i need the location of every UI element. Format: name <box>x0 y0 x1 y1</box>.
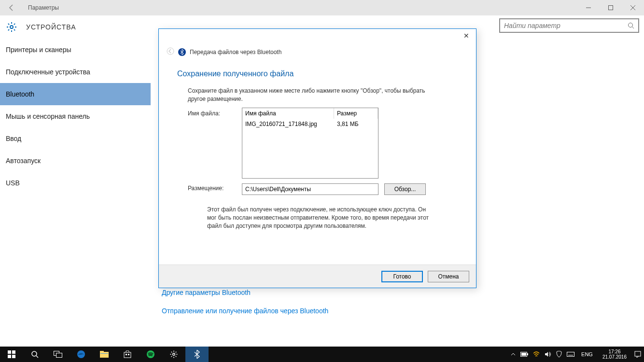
sidebar-item-mouse[interactable]: Мышь и сенсорная панель <box>0 105 151 127</box>
sidebar-item-label: USB <box>6 179 20 187</box>
tray-chevron-icon[interactable] <box>511 352 516 357</box>
taskbar-app-explorer[interactable] <box>93 347 116 362</box>
svg-line-38 <box>176 356 177 357</box>
location-input[interactable] <box>242 183 378 195</box>
taskbar-app-settings[interactable] <box>162 347 185 362</box>
taskbar-app-bluetooth[interactable] <box>185 347 209 362</box>
svg-rect-42 <box>527 353 528 355</box>
svg-line-39 <box>171 356 172 357</box>
dialog-heading: Сохранение полученного файла <box>177 70 294 78</box>
settings-window: Параметры УСТРОЙСТВА Принтеры и сканеры <box>0 0 644 347</box>
cell-size: 3,81 МБ <box>334 121 378 127</box>
tray-battery-icon[interactable] <box>520 352 528 357</box>
dialog-titlebar: Передача файлов через Bluetooth <box>167 47 281 57</box>
search-icon[interactable] <box>624 22 638 29</box>
sidebar: Принтеры и сканеры Подключенные устройст… <box>0 39 151 194</box>
taskbar-app-spotify[interactable] <box>139 347 162 362</box>
search-input[interactable] <box>500 22 624 29</box>
dialog-instruction: Сохраните файл в указанном ниже месте ли… <box>188 87 429 103</box>
sidebar-item-label: Ввод <box>6 135 21 142</box>
tray-clock[interactable]: 17:26 21.07.2016 <box>600 349 630 360</box>
minimize-button[interactable] <box>577 0 600 15</box>
location-label: Размещение: <box>188 185 224 192</box>
bluetooth-transfer-dialog: ✕ Передача файлов через Bluetooth Сохран… <box>158 28 476 288</box>
sidebar-item-connected-devices[interactable]: Подключенные устройства <box>0 61 151 83</box>
sidebar-item-label: Мышь и сенсорная панель <box>6 112 90 120</box>
dialog-close-button[interactable]: ✕ <box>463 32 469 40</box>
tray-time: 17:26 <box>602 349 627 354</box>
svg-point-32 <box>173 353 175 356</box>
svg-point-15 <box>167 48 174 55</box>
section-title: УСТРОЙСТВА <box>18 23 76 31</box>
taskbar-search-icon[interactable] <box>23 347 46 362</box>
svg-line-10 <box>14 29 15 30</box>
window-title: Параметры <box>23 4 59 11</box>
dialog-footer: Готово Отмена <box>159 265 476 288</box>
svg-line-11 <box>8 29 9 30</box>
svg-rect-43 <box>521 353 526 356</box>
task-view-icon[interactable] <box>46 347 70 362</box>
svg-rect-44 <box>567 352 574 357</box>
tray-keyboard-icon[interactable] <box>567 352 574 357</box>
tray-defender-icon[interactable] <box>556 351 562 358</box>
svg-line-37 <box>171 352 172 353</box>
svg-rect-26 <box>100 351 104 353</box>
search-box[interactable] <box>499 18 639 33</box>
sidebar-item-label: Подключенные устройства <box>6 68 90 76</box>
sidebar-item-bluetooth[interactable]: Bluetooth <box>0 83 151 105</box>
svg-line-21 <box>36 356 38 358</box>
dialog-window-title: Передача файлов через Bluetooth <box>190 49 281 56</box>
table-row[interactable]: IMG_20160721_171848.jpg 3,81 МБ <box>242 119 378 129</box>
file-name-label: Имя файла: <box>188 110 220 117</box>
svg-point-20 <box>32 351 37 356</box>
sidebar-item-label: Bluetooth <box>6 90 34 98</box>
close-button[interactable] <box>622 0 644 15</box>
window-controls <box>577 0 644 15</box>
system-tray: ENG 17:26 21.07.2016 <box>511 347 644 362</box>
svg-rect-16 <box>8 350 11 354</box>
svg-rect-23 <box>56 353 62 358</box>
sidebar-item-label: Принтеры и сканеры <box>6 46 71 54</box>
titlebar: Параметры <box>0 0 644 15</box>
svg-line-9 <box>8 24 9 25</box>
bluetooth-icon <box>178 48 186 56</box>
sidebar-item-typing[interactable]: Ввод <box>0 127 151 150</box>
dialog-back-icon[interactable] <box>167 47 174 57</box>
related-links: Другие параметры Bluetooth Отправление и… <box>162 289 328 325</box>
svg-point-4 <box>10 26 13 28</box>
taskbar: ENG 17:26 21.07.2016 <box>0 347 644 362</box>
svg-line-40 <box>176 352 177 353</box>
svg-rect-18 <box>8 355 11 358</box>
start-button[interactable] <box>0 347 23 362</box>
sidebar-item-autoplay[interactable]: Автозапуск <box>0 150 151 172</box>
taskbar-app-edge[interactable] <box>70 347 93 362</box>
link-send-receive[interactable]: Отправление или получение файлов через B… <box>162 307 328 315</box>
svg-rect-19 <box>12 355 15 358</box>
svg-rect-28 <box>124 352 131 358</box>
cell-filename: IMG_20160721_171848.jpg <box>242 121 334 127</box>
sidebar-item-usb[interactable]: USB <box>0 172 151 194</box>
svg-rect-30 <box>128 354 129 355</box>
tray-volume-icon[interactable] <box>545 351 551 357</box>
maximize-button[interactable] <box>600 0 622 15</box>
tray-wifi-icon[interactable] <box>533 351 540 357</box>
svg-rect-17 <box>12 350 15 354</box>
col-size[interactable]: Размер <box>334 108 378 119</box>
browse-button[interactable]: Обзор... <box>384 183 426 195</box>
tray-language[interactable]: ENG <box>579 351 595 357</box>
link-more-bluetooth[interactable]: Другие параметры Bluetooth <box>162 289 328 296</box>
col-filename[interactable]: Имя файла <box>242 108 334 119</box>
svg-rect-29 <box>126 354 127 355</box>
gear-icon[interactable] <box>5 20 18 34</box>
svg-line-14 <box>632 27 634 29</box>
taskbar-app-store[interactable] <box>116 347 139 362</box>
sidebar-item-printers[interactable]: Принтеры и сканеры <box>0 39 151 61</box>
cancel-button[interactable]: Отмена <box>428 271 469 282</box>
svg-rect-47 <box>635 351 641 356</box>
tray-notifications-icon[interactable] <box>634 351 641 358</box>
back-button[interactable] <box>0 0 23 15</box>
svg-line-12 <box>14 24 15 25</box>
ok-button[interactable]: Готово <box>381 271 423 282</box>
svg-rect-27 <box>100 353 108 354</box>
file-table: Имя файла Размер IMG_20160721_171848.jpg… <box>242 108 378 179</box>
